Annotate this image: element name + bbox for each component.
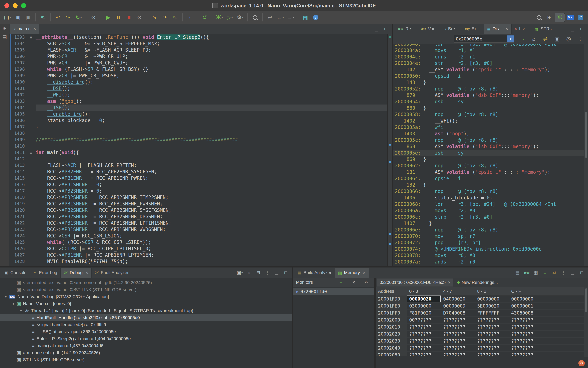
disassembly-line[interactable]: 879 __ASM volatile ("dsb 0xF":::"memory"…	[393, 92, 588, 99]
memory-tab-memory[interactable]: ▦Memory×	[335, 268, 369, 278]
fold-toggle-icon[interactable]: ⊖	[28, 149, 35, 156]
disassembly-line[interactable]: 20000066: nop @ (mov r8, r8)	[393, 188, 588, 195]
memory-cell[interactable]: ????????	[441, 345, 475, 351]
memory-cell[interactable]: ????????	[509, 331, 543, 337]
disassembly-line[interactable]: 20000068: ldr r3, [pc, #24] @ (0x2000008…	[393, 201, 588, 207]
code-line[interactable]: 1426 RCC->CCIPR |= RCC_CCIPR_LPTIM1SEL_0…	[9, 246, 392, 252]
resume-button[interactable]: ▶	[103, 13, 113, 22]
disassembly-line[interactable]: 2000005c: nop @ (mov r8, r8)	[393, 137, 588, 143]
memory-cell[interactable]: ????????	[475, 352, 509, 356]
view-menu-button[interactable]: ⋮	[559, 269, 568, 277]
combo-dropdown-button[interactable]: ▾	[507, 36, 514, 42]
instruction-stepping-button[interactable]: i	[185, 13, 195, 22]
disassembly-line[interactable]: 2000004e: str r2, [r3, #0]	[393, 60, 588, 66]
disassembly-view[interactable]: 20000048: ldr r3, [pc, #48] @ (0x2000007…	[393, 44, 588, 266]
code-line[interactable]: 1398 while (FLASH->SR & FLASH_SR_BSY) {}	[9, 66, 392, 73]
memory-column-header[interactable]: 4 - 7	[441, 287, 475, 295]
console-tab-console[interactable]: ▣Console	[1, 268, 30, 278]
disassembly-line[interactable]: 20000070: mov sp, r7	[393, 233, 588, 239]
binary-view-button[interactable]: 01	[38, 13, 48, 22]
close-window-button[interactable]	[4, 3, 9, 8]
forward-button[interactable]: →▾	[286, 13, 296, 22]
debug-tree-row[interactable]: ▾▣Nano_Vario.elf [cores: 0]	[0, 300, 292, 307]
restore-view-icon[interactable]: ⊞	[3, 26, 7, 31]
debug-tree-row[interactable]: ▣ST-LINK (ST-LINK GDB server)	[0, 356, 292, 363]
memory-cell[interactable]: 43060008	[509, 310, 543, 316]
overview-marker[interactable]	[389, 233, 391, 235]
memory-cell[interactable]: 00000000	[475, 295, 509, 302]
disassembly-line[interactable]: 20000074: @ <UNDEFINED> instruction: 0xe…	[393, 246, 588, 252]
memory-cell[interactable]: 0000000D	[441, 303, 475, 309]
remove-all-terminated-button[interactable]: ×	[245, 269, 253, 277]
code-line[interactable]: 1413 FLASH->ACR |= FLASH_ACR_PRFTEN;	[9, 162, 392, 169]
code-line[interactable]: 1395 FLASH->ACR &= ~FLASH_ACR_SLEEP_PD;	[9, 47, 392, 53]
memory-cell[interactable]: ????????	[475, 317, 509, 323]
memory-cell[interactable]: ????????	[441, 317, 475, 323]
show-pc-button[interactable]: →	[517, 34, 527, 44]
open-console-button[interactable]: ▣▾	[236, 269, 244, 277]
memory-cell[interactable]: ????????	[475, 338, 509, 344]
maximize-button[interactable]: □	[281, 269, 290, 277]
minimize-button[interactable]: ▁	[568, 269, 577, 277]
overview-marker[interactable]	[389, 144, 391, 146]
memory-cell[interactable]: 00000000	[509, 295, 543, 302]
back-button[interactable]: ←▾	[275, 13, 285, 22]
code-editor[interactable]: 1393⊖__attribute__((section(".RamFunc"))…	[9, 34, 392, 266]
minimize-button[interactable]: ▁	[568, 25, 577, 33]
expand-toggle-icon[interactable]: ▾	[10, 302, 17, 306]
right-tab-bre[interactable]: ●Bre...	[441, 24, 462, 34]
code-line[interactable]: 1415 RCC->APB1ENR |= RCC_APB1ENR_PWREN;	[9, 175, 392, 181]
code-line[interactable]: 1418 RCC->APB2SMENR |= RCC_APB2SMENR_TIM…	[9, 194, 392, 201]
toggle-memory-split-button[interactable]: ▤	[513, 269, 522, 277]
console-tab-debug[interactable]: ЖDebug×	[61, 268, 92, 278]
code-line[interactable]: 1420 RCC->APB2SMENR |= RCC_APB2SMENR_SYS…	[9, 207, 392, 213]
code-line[interactable]: 1404 __ISB();	[9, 104, 392, 111]
disassembly-line[interactable]: 132}	[393, 182, 588, 188]
restart-button[interactable]: ↺	[200, 13, 210, 22]
console-tab-fault-analyzer[interactable]: ЖFault Analyzer	[92, 268, 132, 278]
disassembly-line[interactable]: 20000064: cpsie i	[393, 175, 588, 182]
skip-all-breakpoints-button[interactable]: ⊘	[88, 13, 98, 22]
information-button[interactable]: i	[311, 13, 321, 22]
open-perspective-button[interactable]: ⊞	[544, 13, 554, 22]
close-rendering-icon[interactable]: ×	[448, 280, 451, 285]
code-line[interactable]: 1422 RCC->APB1SMENR |= RCC_APB1SMENR_LPT…	[9, 220, 392, 226]
disassembly-line[interactable]: 2000007a: ands r2, r0	[393, 259, 588, 265]
memory-cell[interactable]: ????????	[407, 338, 441, 344]
new-wizard-button[interactable]: ▢▾	[2, 13, 12, 22]
memory-cell[interactable]: D7040008	[441, 310, 475, 316]
pin-console-button[interactable]: ⊞	[254, 269, 262, 277]
right-tab-sfrs[interactable]: ▦SFRs	[531, 24, 555, 34]
step-over-button[interactable]: ↷	[160, 13, 170, 22]
disassembly-line[interactable]: 1407 }	[393, 220, 588, 227]
code-line[interactable]: 1419 RCC->APB1SMENR |= RCC_APB1SMENR_PWR…	[9, 201, 392, 207]
memory-cell[interactable]: 00000001	[509, 303, 543, 309]
memory-column-header[interactable]: C - F	[509, 287, 543, 295]
last-edit-location-button[interactable]: ↩	[265, 13, 275, 22]
console-tab-error-log[interactable]: ⚠Error Log	[30, 268, 61, 278]
hex-display-button[interactable]: 1010	[522, 269, 531, 277]
disassembly-line[interactable]: 20000062: nop @ (mov r8, r8)	[393, 163, 588, 169]
project-explorer-icon[interactable]: ▤	[2, 34, 7, 39]
disassembly-line[interactable]: 2000006e: nop @ (mov r8, r8)	[393, 227, 588, 233]
close-tab-icon[interactable]: ×	[363, 270, 366, 276]
maximize-button[interactable]: □	[382, 25, 390, 33]
right-tab-re[interactable]: 1010Re...	[395, 24, 418, 34]
memory-column-header[interactable]: 8 - B	[475, 287, 509, 295]
memory-address-cell[interactable]: 20002050	[376, 352, 407, 356]
memory-cell[interactable]: 03000000	[407, 303, 441, 309]
rendering-tab[interactable]: 0x20001fd0 : 0x20001FD0 <Hex> ×	[377, 278, 453, 286]
disassembly-line[interactable]: 20000054: dsb sy	[393, 99, 588, 105]
search-button[interactable]	[250, 13, 260, 22]
code-line[interactable]: 1397 PWR->CR |= PWR_CR_CWUF;	[9, 60, 392, 66]
memory-address-cell[interactable]: 20002010	[376, 323, 407, 330]
debug-tree-row[interactable]: ≡Enter_LP_Sleep2() at main.c:1,404 0x200…	[0, 335, 292, 342]
maximize-button[interactable]: □	[578, 25, 586, 33]
code-line[interactable]: 1414 RCC->APB2ENR |= RCC_APB2ENR_SYSCFGE…	[9, 169, 392, 175]
editor-tab-main-c[interactable]: Cmain.c×	[10, 24, 39, 34]
disassembly-line[interactable]: 2000004c: orrs r2, r1	[393, 54, 588, 60]
memory-address-cell[interactable]: 20002030	[376, 338, 407, 344]
undo-button[interactable]: ↶	[53, 13, 63, 22]
fold-toggle-icon[interactable]: ⊖	[28, 34, 35, 40]
memory-table[interactable]: 20001FD000000020040000200000000000000000…	[376, 295, 584, 356]
